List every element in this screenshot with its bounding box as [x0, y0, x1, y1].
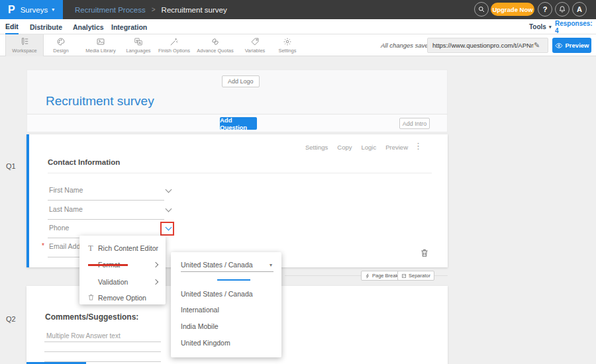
- select-focus-indicator: [217, 279, 250, 281]
- answer-row-underline: [44, 351, 161, 352]
- field-phone[interactable]: Phone: [49, 224, 69, 232]
- question-logic-link[interactable]: Logic: [361, 144, 376, 151]
- question2-title[interactable]: Comments/Suggestions:: [45, 312, 138, 322]
- preview-button[interactable]: Preview: [552, 38, 591, 53]
- finish-options-icon: [170, 37, 179, 46]
- answer-row-underline: [44, 341, 161, 342]
- questionpro-survey-editor: P Surveys ▾ Recruitment Process > Recrui…: [0, 0, 596, 364]
- toolbar-workspace[interactable]: Workspace: [5, 34, 44, 56]
- question1-title[interactable]: Contact Information: [48, 158, 120, 166]
- breadcrumb-separator: >: [152, 6, 156, 13]
- main-nav: Edit Distribute Analytics Integration To…: [0, 19, 596, 34]
- kebab-menu-icon[interactable]: ⋮: [414, 141, 422, 151]
- phone-format-select[interactable]: United States / Canada ▾: [181, 261, 273, 269]
- add-logo-button[interactable]: Add Logo: [222, 75, 260, 87]
- required-marker: *: [42, 242, 44, 250]
- question-settings-link[interactable]: Settings: [305, 144, 328, 151]
- page-break-button[interactable]: Page Break: [361, 271, 402, 281]
- chevron-right-icon: [153, 262, 158, 267]
- notifications-button[interactable]: [555, 2, 570, 17]
- caret-down-icon: ▾: [270, 262, 272, 268]
- breadcrumb: Recruitment Process > Recruitment survey: [75, 0, 227, 19]
- breadcrumb-current: Recruitment survey: [162, 6, 227, 14]
- tools-menu[interactable]: Tools ▾: [529, 19, 551, 34]
- upgrade-now-button[interactable]: Upgrade Now: [491, 3, 534, 16]
- surveys-menu[interactable]: P Surveys ▾: [0, 0, 63, 19]
- format-option-international[interactable]: International: [181, 306, 219, 314]
- field-underline: [48, 219, 164, 220]
- tab-edit[interactable]: Edit: [5, 19, 19, 34]
- menu-item-remove-option[interactable]: Remove Option: [79, 290, 166, 306]
- media-library-icon: [96, 37, 105, 46]
- trash-icon: [420, 248, 429, 258]
- menu-item-rich-content-editor[interactable]: T Rich Content Editor: [79, 240, 166, 256]
- top-bar: P Surveys ▾ Recruitment Process > Recrui…: [0, 0, 596, 19]
- search-icon: [477, 5, 485, 13]
- design-icon: [56, 37, 66, 46]
- tab-integration[interactable]: Integration: [111, 19, 147, 34]
- settings-icon: [283, 37, 292, 46]
- advance-quotas-icon: [211, 37, 220, 46]
- responses-link[interactable]: Responses: 4: [555, 19, 596, 34]
- bell-icon: [558, 5, 566, 13]
- menu-item-validation[interactable]: Validation: [79, 274, 166, 290]
- tab-distribute[interactable]: Distribute: [30, 19, 62, 34]
- survey-title[interactable]: Recruitment survey: [46, 94, 154, 109]
- question1-number: Q1: [6, 162, 16, 170]
- toolbar-finish-options[interactable]: Finish Options: [154, 34, 195, 56]
- field-first-name[interactable]: First Name: [49, 186, 83, 194]
- survey-url-box: ✎: [427, 38, 548, 53]
- annotation-highlight-box: [160, 222, 174, 236]
- format-option-india-mobile[interactable]: India Mobile: [181, 322, 219, 330]
- question2-number: Q2: [6, 315, 16, 323]
- add-intro-button[interactable]: Add Intro: [399, 118, 430, 129]
- variables-icon: [250, 37, 260, 46]
- toolbar-media-library[interactable]: Media Library: [78, 34, 123, 56]
- survey-header-card: Add Logo Recruitment survey: [26, 69, 448, 114]
- workspace-icon: [20, 37, 29, 46]
- field-last-name[interactable]: Last Name: [49, 205, 83, 213]
- toolbar-advance-quotas[interactable]: Advance Quotas: [195, 34, 236, 56]
- delete-question-button[interactable]: [420, 248, 429, 258]
- survey-url-input[interactable]: [428, 42, 534, 49]
- separator-icon: [401, 273, 407, 279]
- divider: [48, 173, 432, 173]
- toolbar-design[interactable]: Design: [44, 34, 78, 56]
- multi-row-answer-placeholder[interactable]: Multiple Row Answer text: [46, 332, 121, 340]
- toolbar-settings[interactable]: Settings: [274, 34, 301, 56]
- field-underline: [48, 200, 164, 201]
- select-underline: [181, 271, 273, 272]
- search-button[interactable]: [474, 2, 489, 17]
- questionpro-logo: P: [8, 4, 15, 16]
- rich-text-icon: T: [86, 244, 95, 253]
- chevron-down-icon[interactable]: [166, 206, 172, 212]
- save-status: All changes saved: [381, 34, 432, 56]
- question-preview-link[interactable]: Preview: [385, 144, 408, 151]
- toolbar-languages[interactable]: Languages: [123, 34, 154, 56]
- annotation-underline: [88, 264, 128, 266]
- chevron-down-icon[interactable]: [166, 187, 172, 193]
- option-context-menu: T Rich Content Editor Format Validation …: [79, 236, 166, 304]
- format-option-us-canada[interactable]: United States / Canada: [181, 290, 253, 298]
- tab-analytics[interactable]: Analytics: [73, 19, 104, 34]
- add-question-row: Add Question Add Intro: [26, 114, 448, 132]
- breadcrumb-parent[interactable]: Recruitment Process: [75, 6, 146, 14]
- add-question-button[interactable]: Add Question: [220, 117, 257, 130]
- separator-button[interactable]: Separator: [397, 271, 434, 281]
- editor-toolbar: Workspace Design Media Library Languages…: [0, 34, 596, 56]
- trash-icon: [86, 292, 95, 304]
- question1-actions: Settings Copy Logic Preview: [305, 144, 408, 151]
- eye-icon: [555, 42, 563, 50]
- page-break-icon: [365, 273, 370, 279]
- toolbar-variables[interactable]: Variables: [236, 34, 274, 56]
- edit-url-icon[interactable]: ✎: [534, 41, 540, 50]
- caret-down-icon: ▾: [549, 24, 552, 30]
- help-button[interactable]: ?: [538, 2, 552, 17]
- question-copy-link[interactable]: Copy: [337, 144, 352, 151]
- avatar[interactable]: A: [572, 2, 587, 17]
- product-label: Surveys: [21, 6, 48, 14]
- avatar-initial: A: [577, 5, 582, 13]
- languages-icon: [134, 37, 143, 46]
- format-submenu: United States / Canada ▾ United States /…: [171, 252, 281, 357]
- format-option-united-kingdom[interactable]: United Kingdom: [181, 339, 230, 347]
